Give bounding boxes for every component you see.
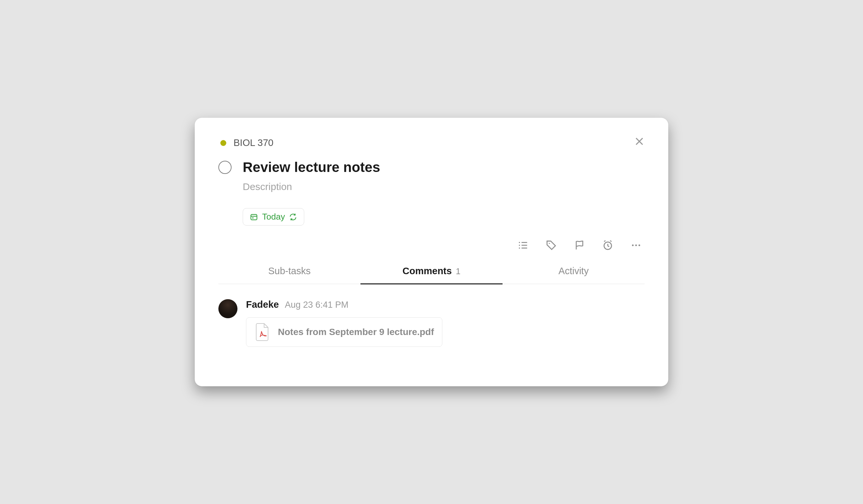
- task-title-row: Review lecture notes: [218, 160, 645, 175]
- chip-row: Today: [243, 208, 645, 226]
- svg-line-13: [604, 241, 605, 242]
- due-date-chip[interactable]: Today: [243, 208, 304, 226]
- svg-point-16: [635, 244, 637, 246]
- comment-body: Fadeke Aug 23 6:41 PM Notes from Septemb…: [246, 299, 645, 347]
- task-title[interactable]: Review lecture notes: [243, 160, 380, 175]
- tab-activity-label: Activity: [559, 266, 589, 276]
- tag-button[interactable]: [545, 239, 558, 252]
- calendar-icon: [250, 213, 258, 221]
- description-field[interactable]: Description: [243, 181, 645, 192]
- flag-button[interactable]: [573, 239, 586, 252]
- comment-timestamp: Aug 23 6:41 PM: [285, 300, 349, 310]
- svg-point-5: [519, 244, 520, 246]
- comment-item: Fadeke Aug 23 6:41 PM Notes from Septemb…: [218, 299, 645, 347]
- tab-activity[interactable]: Activity: [502, 262, 645, 284]
- reminder-button[interactable]: [601, 239, 614, 252]
- attachment-filename: Notes from September 9 lecture.pdf: [278, 327, 434, 337]
- close-icon: [634, 136, 645, 147]
- svg-point-3: [519, 242, 520, 243]
- tag-icon: [546, 240, 557, 251]
- task-actions: [218, 239, 645, 252]
- avatar[interactable]: [218, 299, 237, 318]
- svg-line-14: [610, 241, 611, 242]
- list-button[interactable]: [516, 239, 529, 252]
- project-color-dot: [220, 140, 226, 146]
- project-name[interactable]: BIOL 370: [234, 137, 273, 148]
- svg-point-7: [519, 248, 520, 249]
- svg-point-15: [632, 244, 634, 246]
- more-icon: [630, 240, 642, 251]
- tab-subtasks-label: Sub-tasks: [268, 266, 311, 276]
- task-detail-card: BIOL 370 Review lecture notes Descriptio…: [195, 118, 668, 386]
- tab-subtasks[interactable]: Sub-tasks: [218, 262, 361, 284]
- pdf-file-icon: [254, 323, 270, 341]
- svg-rect-0: [251, 214, 257, 219]
- svg-point-9: [549, 243, 550, 244]
- tabs: Sub-tasks Comments 1 Activity: [218, 262, 645, 284]
- attachment-chip[interactable]: Notes from September 9 lecture.pdf: [246, 317, 442, 347]
- alarm-icon: [602, 240, 613, 251]
- complete-checkbox[interactable]: [218, 161, 232, 174]
- close-button[interactable]: [631, 134, 647, 149]
- comment-author: Fadeke: [246, 299, 279, 310]
- comment-header: Fadeke Aug 23 6:41 PM: [246, 299, 645, 310]
- due-date-label: Today: [262, 212, 285, 222]
- refresh-icon: [289, 213, 297, 221]
- svg-point-17: [638, 244, 640, 246]
- flag-icon: [574, 240, 585, 251]
- tab-comments-count: 1: [456, 266, 461, 276]
- tab-comments[interactable]: Comments 1: [361, 262, 502, 284]
- more-button[interactable]: [629, 239, 643, 252]
- svg-line-12: [608, 246, 609, 247]
- list-icon: [517, 240, 528, 251]
- svg-rect-2: [252, 217, 253, 218]
- breadcrumb: BIOL 370: [218, 137, 645, 148]
- tab-comments-label: Comments: [402, 266, 452, 276]
